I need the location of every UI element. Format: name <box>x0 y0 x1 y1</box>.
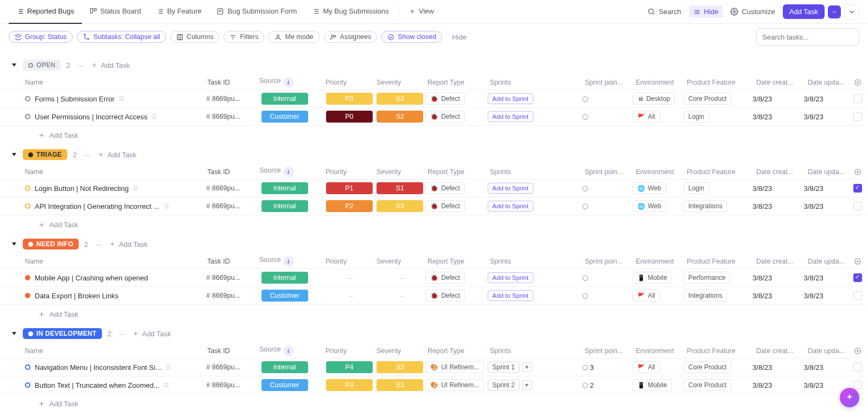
sort-indicator[interactable] <box>283 256 294 267</box>
environment-badge[interactable]: 📱Mobile <box>633 272 672 284</box>
task-name[interactable]: User Permissions | Incorrect Access <box>35 113 148 121</box>
ai-fab-button[interactable] <box>840 388 859 407</box>
task-name[interactable]: Login Button | Not Redirecting <box>35 184 129 193</box>
environment-badge[interactable]: 🌐Web <box>633 200 666 212</box>
source-badge[interactable]: Internal <box>261 200 308 212</box>
feature-badge[interactable]: Integrations <box>684 200 727 212</box>
add-sprint-button[interactable]: + <box>522 380 532 390</box>
feature-badge[interactable]: Performance <box>684 272 731 284</box>
col-name[interactable]: Name <box>25 258 207 265</box>
points-icon[interactable]: ⬡ <box>582 95 588 103</box>
add-to-sprint-button[interactable]: Add to Sprint <box>488 290 533 301</box>
col-taskid[interactable]: Task ID <box>207 79 259 86</box>
report-type-badge[interactable]: 🐞Defect <box>425 111 465 123</box>
add-task-row[interactable]: Add Task <box>0 215 866 229</box>
status-dot[interactable] <box>25 364 30 370</box>
severity-badge[interactable]: S3 <box>376 379 423 391</box>
search-button[interactable]: Search <box>643 5 685 18</box>
priority-badge[interactable]: P3 <box>326 379 373 391</box>
report-type-badge[interactable]: 🐞Defect <box>425 290 465 302</box>
col-source[interactable]: Source <box>259 256 312 267</box>
sprint-points-cell[interactable]: ⬡ 2 <box>582 381 633 389</box>
severity-badge[interactable]: S1 <box>376 182 423 194</box>
source-badge[interactable]: Internal <box>261 93 308 105</box>
status-pill[interactable]: TRIAGE <box>23 149 67 160</box>
sprint-pill[interactable]: Sprint 1 <box>488 362 520 373</box>
col-sprint-points[interactable]: Sprint poin... <box>585 347 636 355</box>
search-tasks-input[interactable] <box>756 28 859 46</box>
environment-badge[interactable]: 🚩All <box>633 290 660 302</box>
feature-badge[interactable]: Core Product <box>684 93 732 105</box>
tab-by-feature[interactable]: By Feature <box>149 0 209 24</box>
points-icon[interactable]: ⬡ <box>582 202 588 210</box>
priority-badge[interactable]: P0 <box>326 111 373 123</box>
hide-link[interactable]: Hide <box>452 33 467 41</box>
environment-badge[interactable]: 🌐Web <box>633 182 666 194</box>
col-source[interactable]: Source <box>259 77 312 88</box>
col-product-feature[interactable]: Product Feature <box>687 168 756 176</box>
row-checkbox[interactable] <box>853 202 862 210</box>
severity-badge[interactable]: S3 <box>376 200 423 212</box>
group-add-task[interactable]: Add Task <box>109 240 148 248</box>
feature-badge[interactable]: Core Product <box>684 361 732 373</box>
status-pill[interactable]: OPEN <box>23 60 61 71</box>
col-date-updated[interactable]: Date upda... <box>808 79 854 86</box>
source-badge[interactable]: Internal <box>261 182 308 194</box>
report-type-badge[interactable]: 🎨UI Refinem... <box>425 379 484 391</box>
add-task-row[interactable]: Add Task <box>0 394 866 408</box>
add-to-sprint-button[interactable]: Add to Sprint <box>488 272 533 283</box>
source-badge[interactable]: Internal <box>261 272 308 284</box>
group-more-button[interactable]: ··· <box>75 61 86 69</box>
sort-indicator[interactable] <box>283 345 294 356</box>
col-priority[interactable]: Priority <box>326 79 376 86</box>
task-row[interactable]: Login Button | Not Redirecting ☰ # 8669p… <box>0 180 866 197</box>
task-row[interactable]: API Integration | Generating Incorrect .… <box>0 197 866 215</box>
me-mode-chip[interactable]: Me mode <box>269 31 319 43</box>
col-product-feature[interactable]: Product Feature <box>687 258 756 265</box>
priority-badge[interactable]: P1 <box>326 182 373 194</box>
row-checkbox[interactable] <box>853 112 862 121</box>
add-task-button[interactable]: Add Task <box>783 4 825 19</box>
points-icon[interactable]: ⬡ <box>582 184 588 193</box>
add-task-row[interactable]: Add Task <box>0 305 866 318</box>
col-environment[interactable]: Environment <box>636 79 687 86</box>
task-name[interactable]: Mobile App | Crashing when opened <box>35 274 148 282</box>
group-add-task[interactable]: Add Task <box>98 151 136 159</box>
sprint-points-cell[interactable]: ⬡ <box>582 202 633 210</box>
sprint-points-cell[interactable]: ⬡ <box>582 95 633 103</box>
task-row[interactable]: Mobile App | Crashing when opened # 8669… <box>0 269 866 287</box>
task-name[interactable]: Button Text | Truncated when Zoomed... <box>35 381 159 389</box>
add-view-button[interactable]: View <box>401 0 442 24</box>
col-name[interactable]: Name <box>25 168 207 176</box>
search-field[interactable] <box>762 33 853 41</box>
col-priority[interactable]: Priority <box>326 347 376 355</box>
report-type-badge[interactable]: 🐞Defect <box>425 200 465 212</box>
col-sprints[interactable]: Sprints <box>490 347 585 355</box>
col-name[interactable]: Name <box>25 79 207 86</box>
col-date-created[interactable]: Date creat... <box>756 258 808 265</box>
group-more-button[interactable]: ··· <box>117 330 127 338</box>
source-badge[interactable]: Customer <box>261 379 308 391</box>
group-more-button[interactable]: ··· <box>93 240 104 248</box>
col-sprint-points[interactable]: Sprint poin... <box>585 79 636 86</box>
add-column-button[interactable] <box>854 79 865 86</box>
report-type-badge[interactable]: 🐞Defect <box>425 272 465 284</box>
col-source[interactable]: Source <box>259 345 312 356</box>
col-taskid[interactable]: Task ID <box>207 168 259 176</box>
severity-badge[interactable]: S3 <box>376 93 423 105</box>
col-priority[interactable]: Priority <box>326 258 376 265</box>
sprint-points-cell[interactable]: ⬡ <box>582 274 633 282</box>
report-type-badge[interactable]: 🐞Defect <box>425 182 465 194</box>
report-type-badge[interactable]: 🎨UI Refinem... <box>425 361 484 373</box>
col-taskid[interactable]: Task ID <box>207 258 259 265</box>
add-column-button[interactable] <box>854 168 865 176</box>
environment-badge[interactable]: 🚩All <box>633 361 660 373</box>
task-name[interactable]: API Integration | Generating Incorrect .… <box>35 202 159 210</box>
points-icon[interactable]: ⬡ <box>582 292 588 300</box>
col-severity[interactable]: Severity <box>376 347 427 355</box>
row-checkbox[interactable] <box>853 94 862 103</box>
col-sprints[interactable]: Sprints <box>490 258 585 265</box>
feature-badge[interactable]: Integrations <box>684 290 727 302</box>
col-sprints[interactable]: Sprints <box>490 79 585 86</box>
col-priority[interactable]: Priority <box>326 168 376 176</box>
